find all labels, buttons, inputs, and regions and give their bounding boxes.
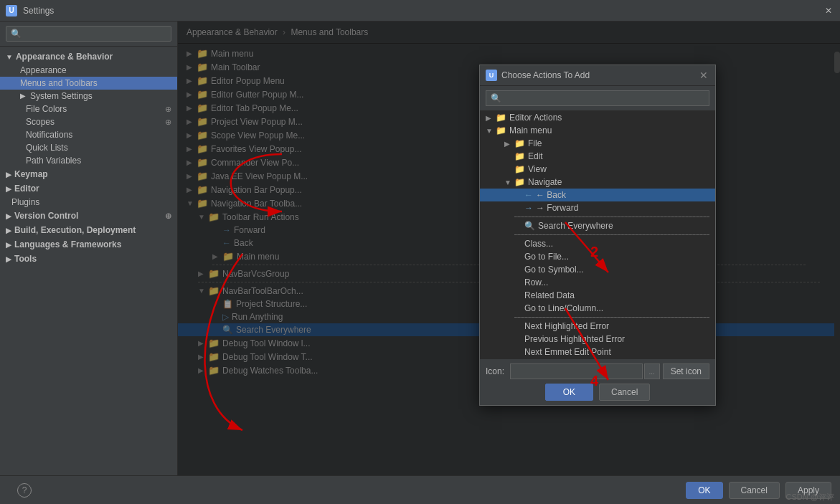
modal-tree-row[interactable]: ▶ Row... [480, 276, 715, 289]
item-label: Row... [524, 277, 548, 287]
item-label: Scopes [26, 117, 55, 127]
sidebar-item-appearance-behavior[interactable]: ▼ Appearance & Behavior [0, 49, 177, 64]
choose-actions-modal: U Choose Actions To Add ✕ ▶ 📁 Editor Act… [479, 65, 716, 406]
left-panel: ▼ Appearance & Behavior Appearance Menus… [0, 22, 178, 475]
icon-browse-button[interactable]: ... [644, 363, 660, 379]
folder-icon: 📁 [514, 138, 525, 148]
sidebar-item-notifications[interactable]: Notifications [0, 128, 177, 141]
section-label: Languages & Frameworks [14, 239, 121, 249]
file-colors-badge: ⊕ [165, 105, 171, 114]
sidebar-item-path-variables[interactable]: Path Variables [0, 154, 177, 167]
item-label: Related Data [524, 290, 575, 300]
modal-search-bar [480, 86, 715, 111]
section-label: Tools [14, 254, 37, 264]
modal-tree-edit[interactable]: ▶ 📁 Edit [480, 150, 715, 163]
ok-button[interactable]: OK [686, 482, 722, 499]
item-label: View [528, 164, 547, 174]
sidebar-item-languages-frameworks[interactable]: ▶ Languages & Frameworks [0, 237, 177, 252]
item-label: Editor Actions [509, 113, 562, 123]
modal-tree-back[interactable]: ▶ ← ← Back [480, 189, 715, 201]
help-button[interactable]: ? [17, 483, 32, 498]
expand-arrow: ▶ [6, 241, 11, 249]
section-label: Appearance & Behavior [16, 52, 113, 62]
item-label: Quick Lists [26, 143, 68, 153]
item-label: Search Everywhere [538, 221, 613, 231]
modal-tree: ▶ 📁 Editor Actions ▼ 📁 Main menu ▶ [480, 111, 715, 358]
item-label: ← Back [536, 190, 566, 200]
vc-badge: ⊕ [165, 211, 171, 221]
item-label: Edit [528, 151, 543, 161]
modal-ok-button[interactable]: OK [545, 384, 593, 401]
item-label: Go to File... [524, 252, 569, 262]
set-icon-button[interactable]: Set icon [663, 363, 709, 379]
modal-tree-next-emmet[interactable]: ▶ Next Emmet Edit Point [480, 346, 715, 358]
sidebar-item-version-control[interactable]: ▶ Version Control ⊕ [0, 209, 177, 223]
modal-cancel-button[interactable]: Cancel [599, 384, 650, 401]
app-icon: U [6, 5, 17, 16]
modal-tree-file[interactable]: ▶ 📁 File [480, 137, 715, 150]
folder-icon: 📁 [514, 164, 525, 174]
sidebar-item-file-colors[interactable]: File Colors ⊕ [0, 103, 177, 115]
expand-arrow: ▶ [6, 185, 11, 193]
right-panel: Appearance & Behavior › Menus and Toolba… [178, 22, 840, 475]
modal-tree-next-error[interactable]: ▶ Next Highlighted Error [480, 320, 715, 333]
modal-title: Choose Actions To Add [501, 70, 698, 80]
modal-tree-related-data[interactable]: ▶ Related Data [480, 289, 715, 302]
modal-tree-go-symbol[interactable]: ▶ Go to Symbol... [480, 263, 715, 276]
modal-tree-class[interactable]: ▶ Class... [480, 237, 715, 250]
sidebar-item-system-settings[interactable]: ▶ System Settings [0, 90, 177, 103]
item-label: Navigate [528, 177, 562, 187]
item-label: Appearance [20, 65, 67, 75]
item-label: Previous Highlighted Error [524, 334, 625, 344]
modal-tree-prev-error[interactable]: ▶ Previous Highlighted Error [480, 333, 715, 346]
sidebar-item-build-execution[interactable]: ▶ Build, Execution, Deployment [0, 223, 177, 237]
modal-tree-view[interactable]: ▶ 📁 View [480, 163, 715, 176]
sidebar-item-plugins[interactable]: Plugins [0, 196, 177, 209]
cancel-button[interactable]: Cancel [729, 482, 780, 499]
modal-separator-2 [480, 232, 715, 237]
expand-arrow: ▼ [504, 179, 514, 186]
sidebar-item-scopes[interactable]: Scopes ⊕ [0, 115, 177, 128]
modal-tree-search-everywhere[interactable]: ▶ 🔍 Search Everywhere [480, 219, 715, 232]
sidebar-item-editor[interactable]: ▶ Editor [0, 181, 177, 196]
modal-tree-forward[interactable]: ▶ → → Forward [480, 201, 715, 214]
left-search-bar [0, 22, 177, 47]
close-button[interactable]: ✕ [823, 5, 834, 16]
scopes-badge: ⊕ [165, 118, 171, 127]
modal-tree-main-menu[interactable]: ▼ 📁 Main menu [480, 124, 715, 137]
item-label: Main menu [509, 125, 552, 135]
item-label: Notifications [26, 130, 72, 140]
icon-label: Icon: [486, 366, 504, 376]
sidebar-item-menus-toolbars[interactable]: Menus and Toolbars [0, 77, 177, 90]
settings-window: U Settings ✕ ▼ Appearance & Behavior App… [0, 0, 840, 504]
modal-close-button[interactable]: ✕ [698, 70, 709, 81]
modal-tree-editor-actions[interactable]: ▶ 📁 Editor Actions [480, 111, 715, 124]
folder-icon: 📁 [496, 113, 506, 123]
sidebar-item-tools[interactable]: ▶ Tools [0, 252, 177, 266]
window-title: Settings [23, 6, 823, 16]
icon-field [510, 363, 643, 379]
item-label: Plugins [11, 197, 39, 207]
item-label: Next Emmet Edit Point [524, 347, 611, 357]
section-label: Version Control [14, 211, 78, 221]
left-search-input[interactable] [6, 26, 171, 42]
forward-arrow-icon: → [524, 203, 533, 213]
folder-icon: 📁 [496, 125, 506, 135]
sidebar-item-keymap[interactable]: ▶ Keymap [0, 167, 177, 181]
modal-tree-navigate[interactable]: ▼ 📁 Navigate [480, 176, 715, 189]
expand-arrow: ▼ [486, 127, 496, 135]
expand-arrow: ▼ [6, 53, 13, 61]
sidebar-item-quick-lists[interactable]: Quick Lists [0, 141, 177, 154]
modal-icon-row: Icon: ... Set icon [486, 363, 709, 379]
title-bar: U Settings ✕ [0, 0, 840, 22]
item-label: Path Variables [26, 156, 81, 166]
section-label: Build, Execution, Deployment [14, 225, 136, 235]
section-label: Keymap [14, 169, 48, 179]
modal-search-input[interactable] [486, 90, 709, 106]
item-label: File Colors [26, 104, 67, 114]
modal-tree-go-file[interactable]: ▶ Go to File... [480, 250, 715, 263]
modal-tree-go-line[interactable]: ▶ Go to Line/Column... [480, 302, 715, 315]
help-area: ? [9, 483, 680, 498]
modal-overlay: U Choose Actions To Add ✕ ▶ 📁 Editor Act… [178, 22, 840, 475]
sidebar-item-appearance[interactable]: Appearance [0, 64, 177, 77]
